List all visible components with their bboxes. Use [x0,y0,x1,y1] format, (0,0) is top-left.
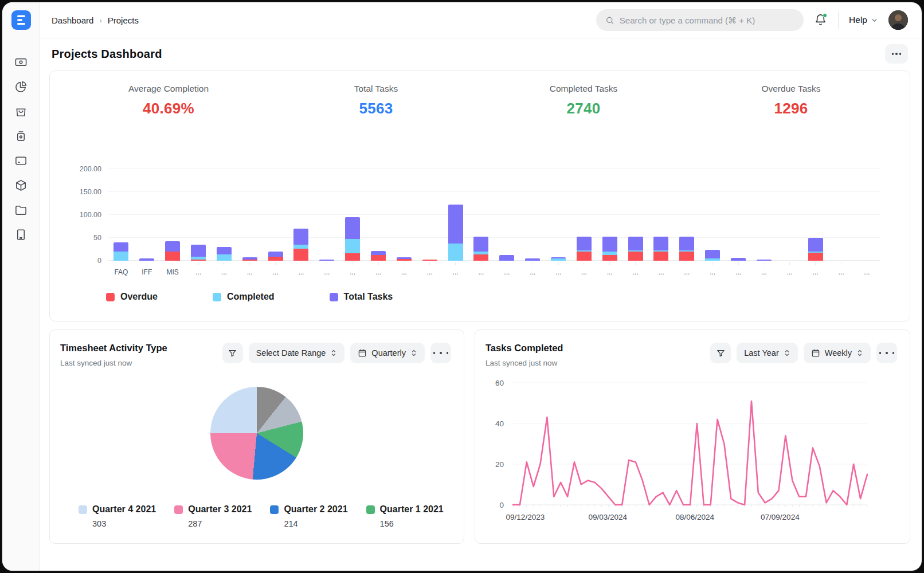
card-more-options-button[interactable] [876,343,897,363]
page-header: Projects Dashboard [40,38,922,69]
seg-total [371,251,386,255]
sidebar-item-billing[interactable] [14,154,28,167]
q1-swatch-icon [366,505,375,514]
filter-icon [228,348,237,358]
x-axis-tick-label: MIS [160,261,186,277]
sidebar-item-orders[interactable] [14,104,28,118]
sidebar-item-organization[interactable] [14,227,28,241]
stat-total-tasks: Total Tasks 5563 [272,84,480,117]
seg-overdue [165,252,180,261]
shopping-bag-icon [14,105,28,118]
x-axis-tick-label: ... [777,261,802,277]
sidebar-item-reports[interactable] [14,80,28,93]
seg-overdue [602,255,617,261]
x-axis-tick-label: ... [648,261,674,277]
x-axis-tick-label: ... [854,261,880,277]
filter-icon [716,348,726,358]
breadcrumb-dashboard[interactable]: Dashboard [52,15,93,25]
bar-...-21 [648,160,674,261]
sort-arrows-icon [784,349,790,357]
legend-item-q3-2021: Quarter 3 2021 287 [174,504,252,528]
total-tasks-swatch-icon [330,293,338,301]
search-input[interactable] [620,15,794,25]
period-select[interactable]: Quarterly [350,343,425,363]
help-menu[interactable]: Help [849,15,878,25]
sort-arrows-icon [410,349,417,357]
last-synced-text: Last synced just now [60,359,167,367]
breadcrumb-projects[interactable]: Projects [108,15,139,25]
x-axis-tick-label: ... [520,261,546,277]
avatar[interactable] [888,10,908,30]
filter-button[interactable] [710,343,731,363]
x-axis-tick-label: ... [186,261,212,277]
range-select[interactable]: Last Year [737,343,797,363]
x-axis-tick-label: ... [263,261,288,277]
y-axis-tick-label: 0 [97,257,101,265]
x-axis-tick-label: ... [494,261,520,277]
bar-...-8 [314,160,340,261]
pie-chart-icon [14,80,28,93]
seg-total [448,205,463,244]
bar-...-28 [828,160,854,261]
bar-...-7 [288,160,314,261]
sidebar-item-files[interactable] [14,203,28,217]
svg-text:09/12/2023: 09/12/2023 [506,513,545,521]
bar-chart-legend: Overdue Completed Total Tasks [106,292,895,302]
notifications-button[interactable] [814,13,828,27]
stat-value: 5563 [272,100,480,117]
bar-...-5 [237,160,263,261]
bar-...-23 [700,160,726,261]
range-label: Last Year [744,348,778,358]
bar-...-26 [777,160,802,261]
x-axis-tick-label: ... [546,261,571,277]
content: Average Completion 40.69% Total Tasks 55… [40,69,922,571]
card-title: Timesheet Activity Type [60,343,167,354]
last-synced-text: Last synced just now [486,359,563,367]
sort-arrows-icon [330,349,337,357]
seg-total [345,217,360,239]
package-icon [14,179,28,192]
seg-overdue [268,257,283,261]
q2-swatch-icon [270,505,279,514]
legend-label: Total Tasks [344,292,393,302]
page-more-options-button[interactable] [885,44,908,64]
seg-overdue [628,252,643,261]
bar-...-14 [468,160,494,261]
x-axis-tick-label: ... [571,261,597,277]
date-range-select[interactable]: Select Date Range [249,343,345,363]
bar-...-13 [443,160,468,261]
bar-...-24 [726,160,751,261]
sidebar-item-inventory[interactable] [14,129,28,143]
search-bar[interactable] [596,9,804,31]
bar-FAQ-0 [108,160,134,261]
sidebar-item-payments[interactable] [14,55,28,69]
q4-swatch-icon [79,505,87,514]
legend-value: 287 [188,519,252,528]
completed-swatch-icon [213,293,221,301]
card-header: Timesheet Activity Type Last synced just… [50,330,464,367]
svg-text:08/06/2024: 08/06/2024 [676,513,715,521]
y-axis-tick-label: 200.00 [80,165,101,173]
chevron-down-icon [871,17,878,24]
bar-MIS-2 [160,160,186,261]
breadcrumb: Dashboard › Projects [52,15,139,25]
period-select[interactable]: Weekly [804,343,871,363]
sidebar-item-products[interactable] [14,178,28,192]
ellipsis-icon [433,352,435,354]
ellipsis-icon [879,352,881,354]
x-axis-tick-label: ... [288,261,314,277]
app-logo[interactable] [11,10,31,30]
legend-item-q1-2021: Quarter 1 2021 156 [366,504,444,528]
seg-overdue [293,249,308,261]
card-more-options-button[interactable] [430,343,451,363]
seg-completed [345,239,360,253]
stat-label: Total Tasks [272,84,480,94]
bar-...-16 [520,160,546,261]
ellipsis-icon [892,53,894,54]
seg-completed [113,252,128,261]
filter-button[interactable] [222,343,243,363]
line-chart-svg: 604020009/12/202309/03/202408/06/202407/… [482,374,878,528]
stat-value: 40.69% [65,100,272,117]
legend-value: 214 [284,519,347,528]
period-label: Quarterly [371,348,406,358]
